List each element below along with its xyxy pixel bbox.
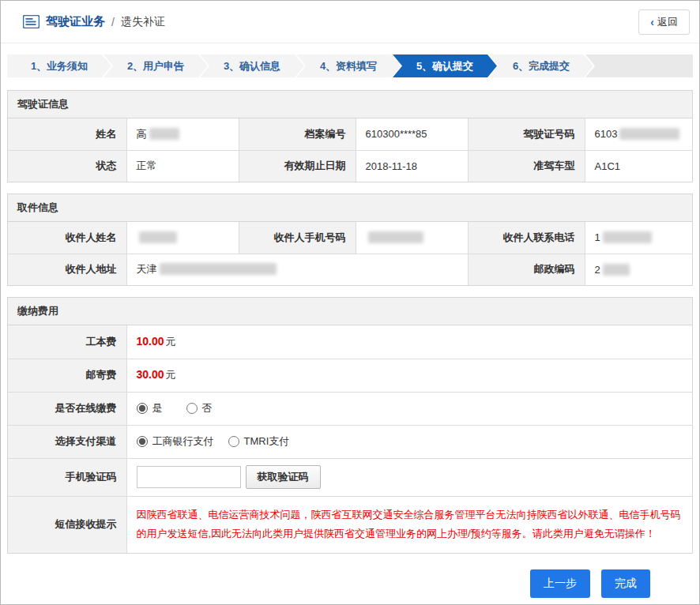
mailing-fee-label: 邮寄费: [8, 359, 126, 392]
redacted-value: [603, 264, 630, 276]
online-payment-no-radio[interactable]: [186, 403, 198, 414]
step-6-complete-submit[interactable]: 6、完成提交: [489, 54, 593, 77]
license-form-icon: [23, 15, 40, 28]
title-separator: /: [111, 16, 115, 28]
license-info-title: 驾驶证信息: [8, 91, 692, 118]
table-row: 姓名 高 档案编号 610300****85 驾驶证号码 6103: [8, 118, 692, 150]
status-label: 状态: [8, 150, 126, 182]
status-value: 正常: [126, 150, 239, 182]
recipient-mobile-label: 收件人手机号码: [239, 222, 356, 254]
channel-icbc-radio[interactable]: [137, 436, 148, 447]
top-bar: 驾驶证业务 / 遗失补证 ‹ 返回: [1, 1, 699, 43]
recipient-address-label: 收件人地址: [8, 254, 126, 285]
license-info-table: 姓名 高 档案编号 610300****85 驾驶证号码 6103 状态 正常 …: [8, 118, 692, 182]
channel-tmri-radio[interactable]: [228, 436, 239, 447]
sms-code-input[interactable]: [137, 466, 241, 488]
previous-step-button[interactable]: 上一步: [530, 569, 590, 598]
table-row: 选择支付渠道 工商银行支付 TMRI支付: [8, 425, 692, 458]
sms-notice-label: 短信接收提示: [8, 496, 126, 553]
pickup-info-section: 取件信息 收件人姓名 收件人手机号码 收件人联系电话 1 收件人地址 天津 邮政…: [7, 194, 693, 286]
online-payment-label: 是否在线缴费: [8, 392, 126, 425]
recipient-name-label: 收件人姓名: [8, 222, 126, 254]
get-code-button[interactable]: 获取验证码: [246, 465, 321, 489]
online-payment-no-label: 否: [202, 401, 213, 415]
production-fee-amount: 10.00: [137, 335, 164, 348]
table-row: 收件人地址 天津 邮政编码 2: [8, 254, 692, 285]
redacted-value: [368, 231, 423, 243]
page-title: 驾驶证业务: [46, 14, 105, 29]
pickup-info-table: 收件人姓名 收件人手机号码 收件人联系电话 1 收件人地址 天津 邮政编码 2: [8, 222, 692, 285]
sms-notice-text: 因陕西省联通、电信运营商技术问题，陕西省互联网交通安全综合服务管理平台无法向持陕…: [126, 496, 692, 553]
expiry-date-label: 有效期止日期: [239, 150, 356, 182]
step-4-fill-data[interactable]: 4、资料填写: [296, 54, 401, 77]
pickup-info-title: 取件信息: [8, 194, 692, 222]
name-label: 姓名: [8, 118, 126, 150]
recipient-name-value: [126, 222, 239, 254]
production-fee-unit: 元: [166, 336, 176, 348]
table-row: 收件人姓名 收件人手机号码 收件人联系电话 1: [8, 222, 692, 254]
sms-code-label: 手机验证码: [8, 458, 126, 496]
recipient-address-text: 天津: [137, 263, 157, 275]
fees-table: 工本费 10.00元 邮寄费 30.00元 是否在线缴费 是: [8, 325, 692, 553]
table-row: 工本费 10.00元: [8, 325, 692, 359]
steps-tail: [585, 54, 693, 77]
license-info-section: 驾驶证信息 姓名 高 档案编号 610300****85 驾驶证号码 6103 …: [7, 90, 693, 182]
license-number-text: 6103: [595, 128, 618, 140]
mailing-fee-unit: 元: [166, 369, 176, 381]
production-fee-value: 10.00元: [126, 325, 692, 359]
table-row: 邮寄费 30.00元: [8, 359, 692, 392]
table-row: 状态 正常 有效期止日期 2018-11-18 准驾车型 A1C1: [8, 150, 692, 182]
channel-icbc-label: 工商银行支付: [152, 434, 214, 449]
expiry-date-value: 2018-11-18: [356, 150, 468, 182]
online-payment-yes-radio[interactable]: [137, 403, 148, 414]
back-button[interactable]: ‹ 返回: [638, 9, 690, 35]
recipient-address-value: 天津: [126, 254, 468, 285]
channel-tmri-label: TMRI支付: [244, 434, 290, 449]
license-number-label: 驾驶证号码: [468, 118, 585, 150]
table-row: 是否在线缴费 是 否: [8, 392, 692, 425]
vehicle-class-value: A1C1: [585, 150, 692, 182]
redacted-value: [603, 231, 652, 243]
redacted-value: [149, 128, 179, 140]
name-value: 高: [126, 118, 239, 150]
complete-button[interactable]: 完成: [601, 569, 650, 598]
redacted-value: [619, 128, 679, 140]
steps-nav: 1、业务须知 2、用户申告 3、确认信息 4、资料填写 5、确认提交 6、完成提…: [7, 54, 693, 77]
table-row: 手机验证码 获取验证码: [8, 458, 692, 496]
license-number-value: 6103: [585, 118, 692, 150]
page-subtitle: 遗失补证: [121, 15, 165, 29]
production-fee-label: 工本费: [8, 325, 126, 359]
step-2-user-declaration[interactable]: 2、用户申告: [103, 54, 208, 77]
payment-channel-label: 选择支付渠道: [8, 425, 126, 458]
file-number-value: 610300****85: [356, 118, 468, 150]
recipient-mobile-value: [356, 222, 468, 254]
online-payment-options: 是 否: [126, 392, 692, 425]
page: 驾驶证业务 / 遗失补证 ‹ 返回 1、业务须知 2、用户申告 3、确认信息 4…: [0, 0, 700, 605]
redacted-value: [160, 263, 277, 275]
step-3-confirm-info[interactable]: 3、确认信息: [200, 54, 304, 77]
mailing-fee-value: 30.00元: [126, 359, 692, 392]
channel-icbc-option[interactable]: 工商银行支付: [137, 434, 214, 449]
recipient-phone-value: 1: [585, 222, 692, 254]
payment-channel-options: 工商银行支付 TMRI支付: [126, 425, 692, 458]
recipient-phone-text: 1: [595, 231, 600, 243]
footer-actions: 上一步 完成: [1, 565, 699, 598]
file-number-label: 档案编号: [239, 118, 356, 150]
online-payment-yes-option[interactable]: 是: [137, 401, 163, 415]
sms-code-field: 获取验证码: [126, 458, 692, 496]
table-row: 短信接收提示 因陕西省联通、电信运营商技术问题，陕西省互联网交通安全综合服务管理…: [8, 496, 692, 553]
online-payment-no-option[interactable]: 否: [186, 401, 213, 415]
postal-code-value: 2: [585, 254, 692, 285]
postal-code-label: 邮政编码: [468, 254, 585, 285]
channel-tmri-option[interactable]: TMRI支付: [228, 434, 290, 449]
fees-section: 缴纳费用 工本费 10.00元 邮寄费 30.00元 是否在线缴费: [7, 297, 693, 554]
online-payment-yes-label: 是: [152, 401, 163, 415]
title-wrap: 驾驶证业务 / 遗失补证: [23, 14, 165, 29]
postal-code-text: 2: [595, 264, 600, 276]
back-button-label: 返回: [657, 15, 678, 29]
step-5-confirm-submit[interactable]: 5、确认提交: [393, 54, 497, 77]
fees-title: 缴纳费用: [8, 298, 692, 325]
recipient-phone-label: 收件人联系电话: [468, 222, 585, 254]
step-1-business-notice[interactable]: 1、业务须知: [7, 54, 111, 77]
chevron-left-icon: ‹: [650, 17, 654, 28]
